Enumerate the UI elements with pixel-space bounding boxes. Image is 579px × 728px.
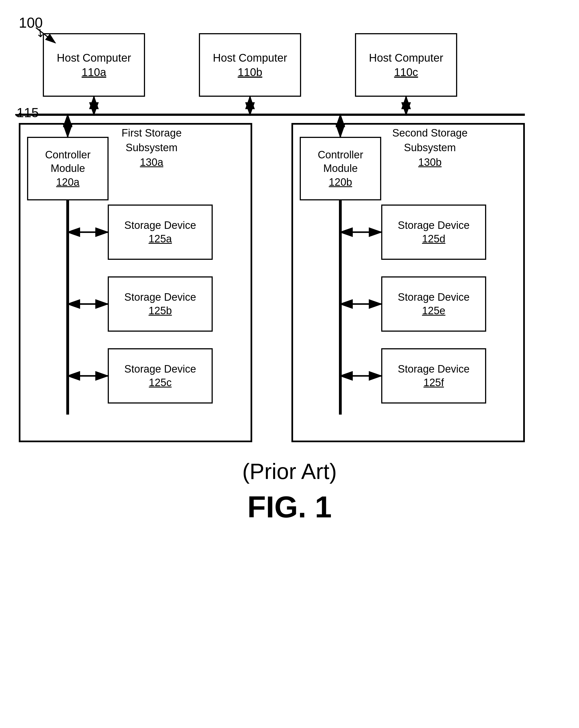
ss-b-line2: Subsystem — [392, 140, 468, 155]
controller-a: Controller Module 120a — [27, 137, 109, 200]
ctrl-a-line2: Module — [51, 162, 85, 175]
hc-c-ref: 110c — [394, 65, 418, 79]
host-computer-c: Host Computer 110c — [355, 33, 457, 97]
subsystem-label-b: Second Storage Subsystem 130b — [392, 126, 468, 170]
ss-a-line2: Subsystem — [121, 140, 182, 155]
prior-art-label: (Prior Art) — [0, 459, 579, 484]
ss-b-line1: Second Storage — [392, 126, 468, 140]
sd-a-line1: Storage Device — [124, 218, 196, 232]
hc-a-line1: Host Computer — [57, 51, 131, 65]
diagram: 100 ↘ Host Computer 110a Host Computer 1… — [0, 0, 579, 728]
sd-d-ref: 125d — [422, 232, 446, 246]
storage-device-c: Storage Device 125c — [108, 348, 213, 404]
sd-f-ref: 125f — [423, 376, 444, 389]
ss-a-ref: 130a — [121, 155, 182, 170]
sd-b-line1: Storage Device — [124, 290, 196, 304]
ctrl-a-ref: 120a — [56, 176, 80, 189]
sd-a-ref: 125a — [148, 232, 172, 246]
sd-e-line1: Storage Device — [398, 290, 470, 304]
ctrl-b-line2: Module — [323, 162, 358, 175]
subsystem-label-a: First Storage Subsystem 130a — [121, 126, 182, 170]
fig-label: FIG. 1 — [0, 489, 579, 524]
host-computer-a: Host Computer 110a — [43, 33, 145, 97]
hc-c-line1: Host Computer — [369, 51, 443, 65]
storage-device-b: Storage Device 125b — [108, 277, 213, 332]
ss-b-ref: 130b — [392, 155, 468, 170]
host-computer-b: Host Computer 110b — [199, 33, 301, 97]
storage-device-d: Storage Device 125d — [381, 205, 486, 260]
ctrl-b-line1: Controller — [318, 148, 363, 162]
sd-b-ref: 125b — [148, 304, 172, 317]
sd-d-line1: Storage Device — [398, 218, 470, 232]
ctrl-b-ref: 120b — [329, 176, 352, 189]
hc-b-line1: Host Computer — [213, 51, 287, 65]
controller-b: Controller Module 120b — [300, 137, 381, 200]
sd-c-line1: Storage Device — [124, 362, 196, 376]
ctrl-a-line1: Controller — [45, 148, 91, 162]
hc-a-ref: 110a — [82, 65, 106, 79]
storage-device-e: Storage Device 125e — [381, 277, 486, 332]
storage-device-a: Storage Device 125a — [108, 205, 213, 260]
ss-a-line1: First Storage — [121, 126, 182, 140]
sd-c-ref: 125c — [149, 376, 171, 389]
storage-device-f: Storage Device 125f — [381, 348, 486, 404]
hc-b-ref: 110b — [238, 65, 263, 79]
sd-f-line1: Storage Device — [398, 362, 470, 376]
sd-e-ref: 125e — [422, 304, 446, 317]
bus-label: 115 — [17, 105, 39, 120]
